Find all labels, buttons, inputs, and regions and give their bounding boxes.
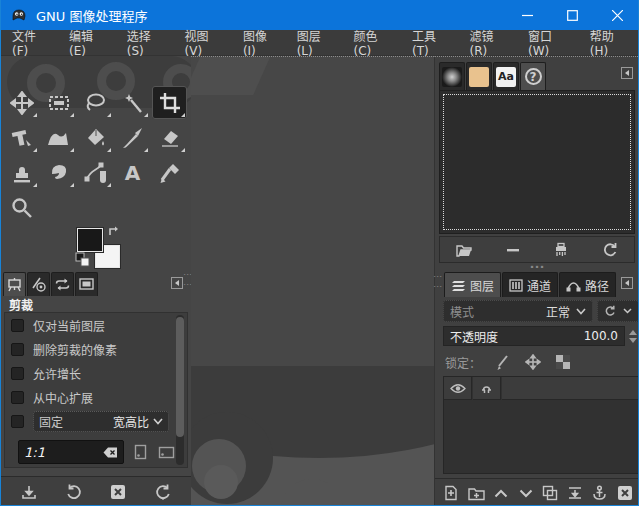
lock-pixels-icon[interactable] [495, 354, 511, 370]
save-preset-button[interactable] [16, 480, 42, 504]
option-checkbox[interactable] [11, 343, 24, 356]
tab-layers[interactable]: 图层 [444, 272, 501, 297]
left-dock-collapse-icon[interactable] [169, 275, 184, 290]
tool-options-title: 剪裁 [9, 296, 33, 313]
layers-dock: ⋮⋮ 图层 通道 路径 模式 [435, 270, 639, 506]
duplicate-layer-button[interactable] [539, 481, 561, 505]
raise-layer-button[interactable] [490, 481, 512, 505]
channels-icon [509, 279, 523, 292]
fixed-checkbox[interactable] [11, 415, 24, 428]
tool-warp[interactable] [41, 121, 76, 154]
tab-fonts[interactable]: Aa [493, 62, 519, 90]
refresh-previews-button[interactable] [597, 238, 623, 262]
option-row: 从中心扩展 [5, 385, 187, 409]
left-dock-grip[interactable]: ⋮⋮ [186, 270, 190, 290]
anchor-layer-button[interactable] [589, 481, 611, 505]
layer-mode-combo[interactable]: 模式 正常 [443, 300, 593, 322]
tab-layers-label: 图层 [470, 277, 494, 294]
swap-colors-icon[interactable] [107, 224, 121, 238]
reset-options-button[interactable] [150, 480, 176, 504]
new-layer-group-button[interactable] [465, 481, 487, 505]
landscape-orientation-button[interactable] [156, 442, 176, 462]
dock-splitter-handle[interactable]: ⬝⬝⬝ [435, 263, 639, 270]
lock-alpha-icon[interactable] [555, 354, 571, 370]
default-colors-icon[interactable] [75, 252, 90, 267]
layers-collapse-icon[interactable] [619, 275, 634, 290]
ratio-row: 1:1 [5, 439, 185, 465]
tool-paintbrush[interactable] [115, 121, 150, 154]
aspect-ratio-input[interactable]: 1:1 [18, 440, 124, 464]
tab-tool-options[interactable] [3, 272, 26, 296]
option-row: 仅对当前图层 [5, 313, 187, 337]
canvas-area[interactable] [191, 56, 434, 506]
tool-smudge[interactable] [41, 156, 76, 189]
left-dock-tab-bar [3, 270, 99, 296]
delete-layer-button[interactable] [614, 481, 636, 505]
tool-free-select[interactable] [78, 86, 113, 119]
mode-value: 正常 [546, 303, 570, 320]
layer-list[interactable] [443, 376, 639, 474]
portrait-orientation-button[interactable] [130, 442, 150, 462]
option-label: 仅对当前图层 [33, 317, 105, 334]
tab-patterns[interactable] [466, 62, 492, 90]
lower-layer-button[interactable] [515, 481, 537, 505]
spin-up-icon[interactable] [629, 330, 637, 335]
clear-history-button[interactable] [548, 238, 574, 262]
tool-options-toolbar [1, 476, 191, 506]
option-checkbox[interactable] [11, 391, 24, 404]
foreground-color-swatch[interactable] [77, 228, 103, 252]
tab-undo-history[interactable] [51, 272, 74, 296]
tool-text[interactable]: A [115, 156, 150, 189]
merge-down-button[interactable] [564, 481, 586, 505]
option-checkbox[interactable] [11, 319, 24, 332]
options-scrollbar[interactable] [176, 315, 184, 465]
tool-zoom[interactable] [4, 191, 39, 224]
layers-dock-grip[interactable]: ⋮⋮ [436, 272, 440, 292]
tab-document-history[interactable]: ? [520, 62, 546, 90]
right-top-collapse-icon[interactable] [619, 65, 634, 80]
tab-channels[interactable]: 通道 [502, 272, 558, 297]
mode-row: 模式 正常 [443, 300, 639, 322]
delete-preset-button[interactable] [105, 480, 131, 504]
opacity-label: 不透明度 [450, 328, 584, 345]
layers-icon [451, 279, 466, 292]
blend-space-combo[interactable] [597, 300, 639, 322]
new-layer-button[interactable] [440, 481, 462, 505]
open-entry-button[interactable] [451, 238, 477, 262]
lock-position-icon[interactable] [525, 354, 541, 370]
tool-fuzzy-select[interactable] [115, 86, 150, 119]
options-scrollbar-thumb[interactable] [176, 317, 184, 437]
option-label: 删除剪裁的像素 [33, 341, 117, 358]
tool-move[interactable] [4, 86, 39, 119]
visibility-column-header [444, 377, 472, 400]
remove-entry-button[interactable] [500, 238, 526, 262]
restore-preset-button[interactable] [61, 480, 87, 504]
tab-brushes[interactable] [439, 62, 465, 90]
tool-clone[interactable] [4, 156, 39, 189]
tab-images[interactable] [75, 272, 98, 296]
spin-down-icon[interactable] [629, 338, 637, 343]
fonts-icon: Aa [496, 67, 516, 87]
layers-tab-bar: 图层 通道 路径 [444, 271, 617, 297]
document-history-toolbar [439, 236, 635, 263]
right-top-tab-bar: Aa ? [439, 60, 547, 90]
fixed-aspect-combo[interactable]: 固定 宽高比 [33, 411, 169, 432]
tool-bucket-fill[interactable] [78, 121, 113, 154]
tool-transform[interactable] [4, 121, 39, 154]
reset-icon [604, 305, 616, 317]
clear-input-icon[interactable] [103, 447, 118, 458]
tab-device-status[interactable] [27, 272, 50, 296]
eye-icon [450, 383, 466, 394]
tab-paths[interactable]: 路径 [559, 272, 616, 297]
document-history-list[interactable] [439, 90, 635, 234]
mode-label: 模式 [450, 303, 546, 320]
tool-crop[interactable] [152, 86, 187, 119]
tool-color-picker[interactable] [152, 156, 187, 189]
tool-rectangle-select[interactable] [41, 86, 76, 119]
tool-eraser[interactable] [152, 121, 187, 154]
opacity-slider[interactable]: 不透明度 100.0 [443, 326, 625, 346]
lock-row: 锁定： [445, 352, 635, 372]
tool-paths[interactable] [78, 156, 113, 189]
opacity-spinner[interactable] [627, 326, 639, 346]
option-checkbox[interactable] [11, 367, 24, 380]
